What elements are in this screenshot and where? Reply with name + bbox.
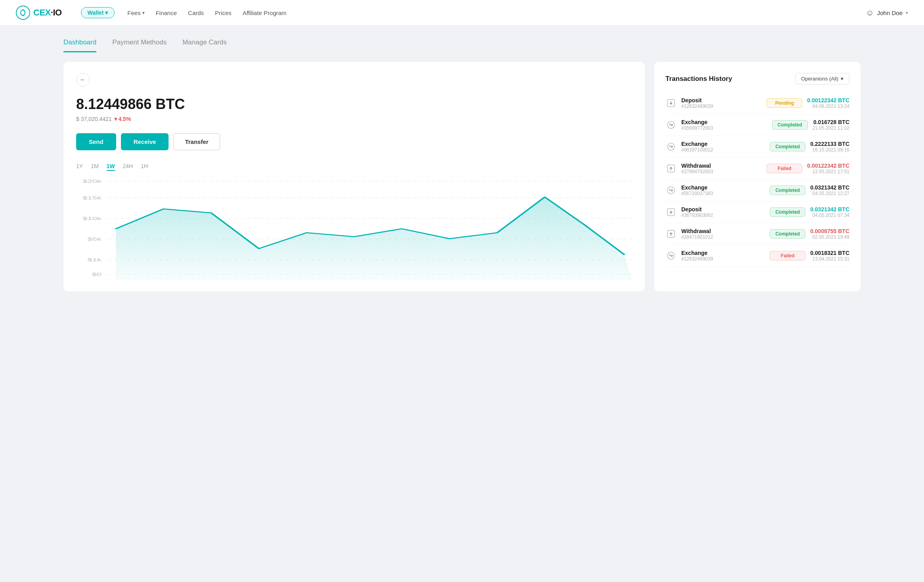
svg-text:$15k: $15k <box>82 195 102 201</box>
table-row: Exchange #35699772003 Completed 0.016728… <box>665 114 849 136</box>
tx-type: Exchange <box>681 184 765 191</box>
tx-title: Transactions History <box>665 75 732 83</box>
exchange-icon <box>665 185 677 196</box>
user-icon: ☺ <box>866 8 874 17</box>
user-menu[interactable]: ☺ John Doe ▾ <box>866 8 908 17</box>
deposit-icon <box>665 98 677 109</box>
tx-info: Withdrawal #28471901012 <box>681 228 765 240</box>
tx-info: Exchange #56720027383 <box>681 184 765 196</box>
tx-info: Exchange #12632469039 <box>681 250 765 262</box>
nav-cards[interactable]: Cards <box>188 10 204 16</box>
tx-type: Exchange <box>681 250 765 256</box>
tx-amount-value: 0.0321342 BTC <box>810 206 849 213</box>
table-row: Withdrawal #27894792003 Failed 0.0012234… <box>665 158 849 180</box>
tx-id: #27894792003 <box>681 169 762 174</box>
exchange-icon <box>665 250 677 261</box>
tabs-bar: Dashboard Payment Methods Manage Cards <box>0 26 924 52</box>
tx-info: Withdrawal #27894792003 <box>681 163 762 174</box>
tx-amount: 0.016728 BTC 21.05.2021 11:02 <box>813 119 849 131</box>
table-row: Deposit #36783903002 Completed 0.0321342… <box>665 201 849 223</box>
left-panel: ← 8.12449866 BTC $ 37,020.4421 ▾ 4.5% Se… <box>63 62 645 291</box>
status-badge: Completed <box>770 142 805 151</box>
tx-amount: 0.0008755 BTC 02.05.2021 19:49 <box>810 228 849 240</box>
tx-amount: 0.00122342 BTC 04.06.2021 13:24 <box>807 97 849 109</box>
status-badge: Completed <box>770 207 805 217</box>
status-badge: Completed <box>772 120 808 130</box>
filter-1m[interactable]: 1M <box>91 163 98 171</box>
nav-prices[interactable]: Prices <box>215 10 232 16</box>
status-badge: Failed <box>770 251 805 260</box>
svg-text:$5k: $5k <box>88 237 102 242</box>
tx-amount-value: 0.016728 BTC <box>813 119 849 125</box>
tx-id: #98287100012 <box>681 147 765 153</box>
tx-amount: 0.0018321 BTC 13.04.2021 15:31 <box>810 250 849 262</box>
tx-info: Exchange #35699772003 <box>681 119 767 131</box>
filter-1h[interactable]: 1H <box>141 163 148 171</box>
tx-id: #36783903002 <box>681 213 765 218</box>
tx-amount: 0.0321342 BTC 04.05.2021 12:27 <box>810 184 849 196</box>
wallet-button[interactable]: Wallet ▾ <box>81 7 115 18</box>
table-row: Deposit #12632469039 Pending 0.00122342 … <box>665 92 849 114</box>
tx-type: Withdrawal <box>681 163 762 169</box>
exchange-icon <box>665 119 677 130</box>
tx-date: 04.06.2021 13:24 <box>807 103 849 109</box>
ops-dropdown[interactable]: Operanions (All) ▾ <box>795 73 849 84</box>
tx-date: 04.05.2021 12:27 <box>810 191 849 196</box>
chart-container: $20k $15k $10k $5k $1k $0 <box>76 177 632 280</box>
exchange-icon <box>665 141 677 152</box>
logo: CEX·IO <box>16 6 62 20</box>
deposit-icon <box>665 207 677 218</box>
tx-info: Deposit #12632469039 <box>681 97 762 109</box>
tx-amount: 0.0321342 BTC 04.05.2021 07:34 <box>810 206 849 218</box>
table-row: Exchange #56720027383 Completed 0.032134… <box>665 180 849 201</box>
svg-text:$1k: $1k <box>88 257 102 262</box>
tx-id: #12632469039 <box>681 256 765 262</box>
tx-amount: 0.2222133 BTC 16.15.2021 09:16 <box>810 141 849 153</box>
tx-amount-value: 0.2222133 BTC <box>810 141 849 147</box>
tx-type: Deposit <box>681 97 762 103</box>
tx-type: Withdrawal <box>681 228 765 234</box>
action-buttons: Send Receive Transfer <box>76 133 632 150</box>
tx-amount-value: 0.00122342 BTC <box>807 97 849 103</box>
tx-info: Deposit #36783903002 <box>681 206 765 218</box>
tx-amount-value: 0.0008755 BTC <box>810 228 849 234</box>
price-chart: $20k $15k $10k $5k $1k $0 <box>76 177 632 280</box>
tx-type: Deposit <box>681 206 765 213</box>
tx-amount: 0.00122342 BTC 12.05.2021 17:51 <box>807 163 849 174</box>
tx-id: #35699772003 <box>681 125 767 131</box>
send-button[interactable]: Send <box>76 133 116 150</box>
back-button[interactable]: ← <box>76 73 90 86</box>
nav-finance[interactable]: Finance <box>156 10 177 16</box>
withdrawal-icon <box>665 228 677 239</box>
tx-date: 12.05.2021 17:51 <box>807 169 849 174</box>
status-badge: Completed <box>770 186 805 195</box>
filter-1w[interactable]: 1W <box>107 163 115 171</box>
time-filters: 1Y 1M 1W 24H 1H <box>76 163 632 171</box>
nav-links: Fees ▾ Finance Cards Prices Affiliate Pr… <box>127 10 853 16</box>
tx-date: 21.05.2021 11:02 <box>813 125 849 131</box>
filter-24h[interactable]: 24H <box>123 163 133 171</box>
balance-fiat: $ 37,020.4421 ▾ 4.5% <box>76 116 632 122</box>
svg-text:$20k: $20k <box>82 179 102 184</box>
tab-payment-methods[interactable]: Payment Methods <box>112 38 167 52</box>
tx-id: #12632469039 <box>681 103 762 109</box>
balance-amount: 8.12449866 BTC <box>76 96 632 113</box>
svg-text:$0: $0 <box>92 272 102 277</box>
tx-amount-value: 0.0018321 BTC <box>810 250 849 256</box>
tx-type: Exchange <box>681 119 767 125</box>
navbar: CEX·IO Wallet ▾ Fees ▾ Finance Cards Pri… <box>0 0 924 26</box>
right-panel: Transactions History Operanions (All) ▾ … <box>654 62 861 291</box>
nav-affiliate[interactable]: Affiliate Program <box>243 10 287 16</box>
tx-info: Exchange #98287100012 <box>681 141 765 153</box>
transfer-button[interactable]: Transfer <box>173 133 220 150</box>
nav-fees[interactable]: Fees ▾ <box>127 10 144 16</box>
tx-id: #28471901012 <box>681 234 765 240</box>
tx-header: Transactions History Operanions (All) ▾ <box>665 73 849 84</box>
filter-1y[interactable]: 1Y <box>76 163 83 171</box>
tx-date: 04.05.2021 07:34 <box>810 213 849 218</box>
tab-dashboard[interactable]: Dashboard <box>63 38 96 52</box>
table-row: Exchange #98287100012 Completed 0.222213… <box>665 136 849 158</box>
receive-button[interactable]: Receive <box>121 133 169 150</box>
tx-id: #56720027383 <box>681 191 765 196</box>
tab-manage-cards[interactable]: Manage Cards <box>182 38 227 52</box>
